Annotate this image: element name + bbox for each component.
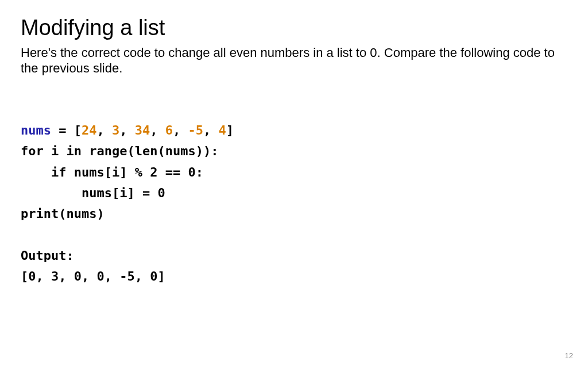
- code-line: print(nums): [21, 206, 105, 221]
- code-keyword: nums: [21, 123, 51, 137]
- code-line: if nums[i] % 2 == 0:: [21, 165, 203, 179]
- code-line: [0, 3, 0, 0, -5, 0]: [21, 269, 165, 283]
- code-line: for i in range(len(nums)):: [21, 144, 218, 158]
- code-text: = [: [51, 123, 82, 137]
- code-line: nums = [24, 3, 34, 6, -5, 4]: [21, 123, 234, 137]
- code-number: 4: [218, 123, 226, 137]
- code-number: 6: [165, 123, 173, 137]
- code-number: -5: [188, 123, 203, 137]
- code-line: nums[i] = 0: [21, 186, 165, 200]
- code-line: Output:: [21, 248, 74, 263]
- code-text: ,: [96, 123, 112, 137]
- slide-description: Here's the correct code to change all ev…: [21, 45, 567, 76]
- slide-title: Modifying a list: [21, 16, 567, 40]
- code-text: ]: [226, 123, 234, 137]
- code-block: nums = [24, 3, 34, 6, -5, 4] for i in ra…: [21, 99, 567, 288]
- code-number: 34: [135, 123, 150, 137]
- code-number: 24: [82, 123, 97, 137]
- code-text: ,: [173, 123, 188, 137]
- page-number: 12: [565, 351, 573, 360]
- code-text: ,: [203, 123, 219, 137]
- code-text: ,: [150, 123, 165, 137]
- code-text: ,: [119, 123, 135, 137]
- code-number: 3: [112, 123, 119, 137]
